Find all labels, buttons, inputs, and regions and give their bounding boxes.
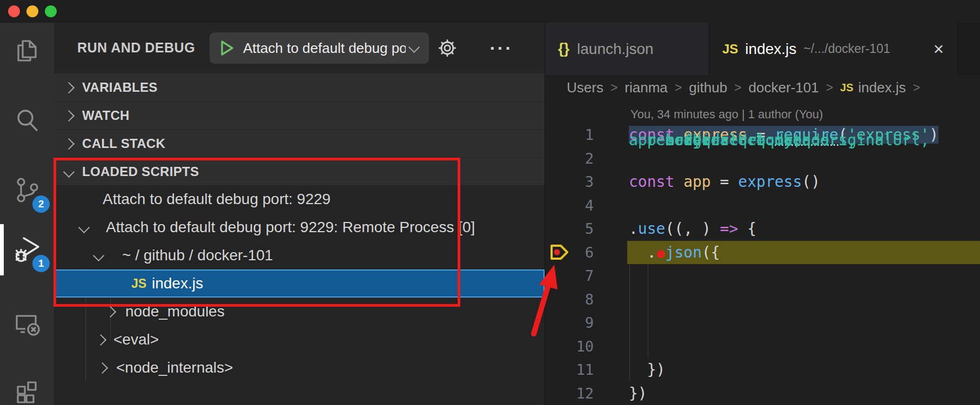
section-label: CALL STACK xyxy=(82,130,165,158)
activity-extensions[interactable] xyxy=(0,363,54,405)
breadcrumb-separator: > xyxy=(610,80,617,95)
code-token: ) xyxy=(929,126,938,144)
activity-search[interactable] xyxy=(0,93,54,149)
inline-breakpoint-icon: ● xyxy=(656,242,666,266)
line-number[interactable]: 2 xyxy=(545,147,594,171)
code-line-content: res.●json({ xyxy=(627,241,980,265)
code-line[interactable]: 12}) xyxy=(545,382,980,405)
breadcrumb-separator: > xyxy=(734,80,741,95)
code-line[interactable]: 6 res.●json({ xyxy=(545,241,980,265)
activity-bar: 2 1 xyxy=(0,23,54,405)
chevron-down-icon xyxy=(408,41,420,52)
chevron-right-icon xyxy=(95,334,106,346)
tree-item-label: node_modules xyxy=(125,298,225,326)
files-icon xyxy=(13,37,41,65)
breakpoint-gutter-marker-icon[interactable] xyxy=(549,244,570,261)
line-number[interactable]: 4 xyxy=(545,194,594,218)
code-token: . xyxy=(629,220,638,238)
tree-item-label: <eval> xyxy=(113,326,159,354)
debug-config-dropdown[interactable]: Attach to default debug po xyxy=(210,32,429,64)
line-number[interactable]: 7 xyxy=(545,264,594,288)
code-line[interactable]: 8 originalUrl: req.originalUrl, xyxy=(545,288,980,312)
line-number[interactable]: 12 xyxy=(545,382,594,405)
git-blame-annotation: You, 34 minutes ago | 1 author (You) xyxy=(630,107,823,122)
code-line[interactable]: 4 xyxy=(545,194,980,218)
search-icon xyxy=(13,107,41,135)
code-line[interactable]: 10 method: req.method xyxy=(545,335,980,359)
section-variables[interactable]: VARIABLES xyxy=(54,73,545,101)
chevron-right-icon xyxy=(97,362,108,374)
code-editor[interactable]: You, 34 minutes ago | 1 author (You) 1co… xyxy=(545,100,980,405)
start-debug-icon[interactable] xyxy=(220,40,234,56)
gear-icon[interactable] xyxy=(435,32,459,64)
line-number[interactable]: 11 xyxy=(545,358,594,382)
loaded-script-item[interactable]: ~ / github / docker-101 xyxy=(54,241,545,269)
code-line-content: originalUrl: req.originalUrl, xyxy=(629,288,980,312)
js-file-icon: JS xyxy=(131,269,146,298)
breadcrumb-item[interactable]: docker-101 xyxy=(749,79,819,96)
breadcrumb-separator: > xyxy=(913,80,920,95)
code-token: ) xyxy=(702,220,720,238)
code-text: const app = express() xyxy=(629,173,820,191)
breadcrumb-item[interactable]: rianma xyxy=(625,79,667,96)
code-line[interactable]: 9 body: req.body, xyxy=(545,311,980,335)
code-line[interactable]: 3const app = express() xyxy=(545,170,980,194)
line-number[interactable]: 8 xyxy=(545,288,594,312)
code-line-content xyxy=(629,147,980,171)
breadcrumb-item[interactable]: index.js xyxy=(858,79,906,96)
more-actions-icon[interactable]: ··· xyxy=(484,32,519,64)
section-label: LOADED SCRIPTS xyxy=(82,158,199,186)
code-line[interactable]: 11 }) xyxy=(545,358,980,382)
activity-run-debug[interactable]: 1 xyxy=(0,221,54,278)
line-number[interactable]: 9 xyxy=(545,311,594,335)
loaded-script-item[interactable]: Attach to default debug port: 9229 xyxy=(54,185,545,213)
activity-source-control[interactable]: 2 xyxy=(0,162,54,218)
loaded-script-item[interactable]: Attach to default debug port: 9229: Remo… xyxy=(54,213,545,241)
loaded-script-item[interactable]: <node_internals> xyxy=(54,354,545,382)
minimize-window-button[interactable] xyxy=(26,5,38,17)
loaded-script-item[interactable]: <eval> xyxy=(54,326,545,354)
close-window-button[interactable] xyxy=(8,5,20,17)
breadcrumb-item[interactable]: Users xyxy=(567,79,603,96)
loaded-script-item[interactable]: JSindex.js xyxy=(54,269,545,298)
chevron-down-icon xyxy=(63,166,75,178)
activity-remote-explorer[interactable] xyxy=(0,295,54,352)
loaded-script-item[interactable]: node_modules xyxy=(54,298,545,326)
breadcrumb-item[interactable]: github xyxy=(689,79,727,96)
code-line[interactable]: 5app.use((req, res) => { xyxy=(545,217,980,241)
code-line-content xyxy=(629,194,980,218)
tab-index-js[interactable]: JS index.js ~/.../docker-101 × xyxy=(709,23,957,75)
zoom-window-button[interactable] xyxy=(45,5,57,17)
indent-guide xyxy=(629,264,630,381)
loaded-scripts-tree: Attach to default debug port: 9229Attach… xyxy=(54,185,545,405)
code-line[interactable]: 2 xyxy=(545,147,980,171)
code-text: body: req.body, xyxy=(629,314,665,332)
section-loaded-scripts[interactable]: LOADED SCRIPTS xyxy=(54,157,545,185)
code-token: app xyxy=(629,129,641,140)
code-token: => xyxy=(720,220,739,238)
code-token: . xyxy=(647,244,656,261)
chevron-down-icon xyxy=(93,250,104,261)
titlebar xyxy=(0,0,980,23)
breadcrumb: Users>rianma>github>docker-101>JSindex.j… xyxy=(545,75,980,100)
tab-label: index.js xyxy=(745,40,796,58)
active-view-indicator xyxy=(0,224,4,275)
line-number[interactable]: 10 xyxy=(545,335,594,359)
section-call-stack[interactable]: CALL STACK xyxy=(54,129,545,157)
code-line[interactable]: 7 headers: req.headers, xyxy=(545,264,980,288)
line-number[interactable]: 5 xyxy=(545,217,594,241)
code-token: app xyxy=(683,173,711,191)
line-number[interactable]: 1 xyxy=(545,123,594,147)
code-text: headers: req.headers, xyxy=(629,267,665,285)
activity-explorer[interactable] xyxy=(0,23,54,79)
tab-bar: {} launch.json JS index.js ~/.../docker-… xyxy=(545,23,980,75)
code-token: }) xyxy=(629,361,665,379)
tab-launch-json[interactable]: {} launch.json xyxy=(545,23,709,75)
close-tab-icon[interactable]: × xyxy=(934,41,944,57)
section-watch[interactable]: WATCH xyxy=(54,101,545,129)
chevron-right-icon xyxy=(63,82,75,93)
code-line-content: }) xyxy=(629,358,980,382)
line-number[interactable]: 3 xyxy=(545,170,594,194)
code-text: res.●json({ xyxy=(629,244,720,261)
code-token: res xyxy=(647,129,659,140)
